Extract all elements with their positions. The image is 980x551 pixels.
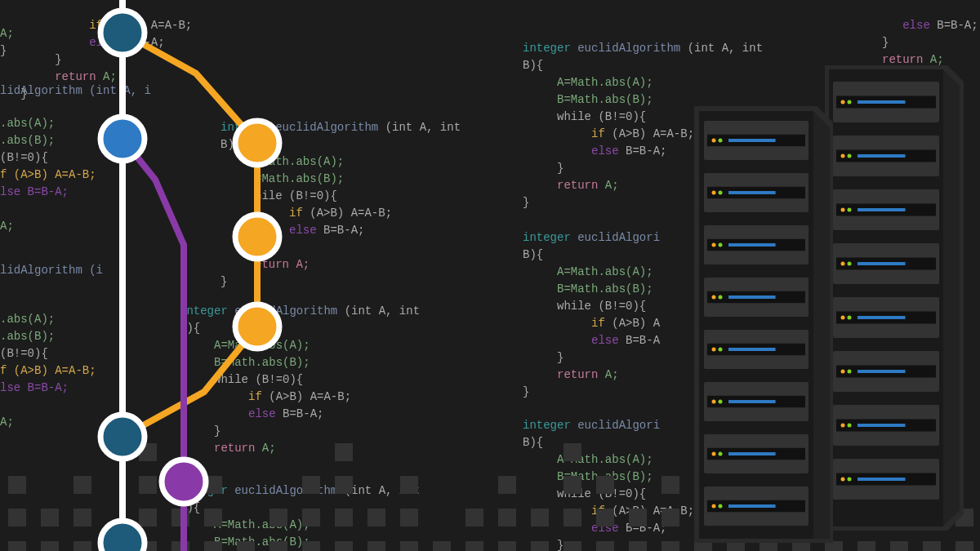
server-unit	[833, 459, 939, 500]
server-unit	[833, 351, 939, 392]
server-unit	[833, 189, 939, 230]
server-unit	[833, 243, 939, 284]
server-led-icon	[712, 191, 716, 195]
decorative-square	[564, 509, 581, 527]
server-led-icon	[719, 295, 723, 300]
server-led-icon	[848, 370, 852, 374]
server-led-icon	[719, 400, 723, 404]
server-led-icon	[712, 348, 716, 352]
server-unit	[704, 173, 808, 212]
server-led-icon	[848, 424, 852, 428]
decorative-square	[629, 541, 647, 551]
server-led-icon	[848, 154, 852, 158]
decorative-square	[596, 541, 614, 551]
server-rack-front	[694, 106, 833, 543]
server-activity-bar	[858, 424, 906, 427]
server-unit	[833, 82, 939, 122]
server-activity-bar	[858, 370, 906, 373]
server-activity-bar	[858, 208, 906, 211]
server-led-icon	[841, 424, 845, 428]
server-unit	[704, 330, 808, 369]
server-led-icon	[848, 100, 852, 104]
git-commit-node	[235, 121, 279, 165]
server-activity-bar	[728, 243, 776, 247]
server-led-icon	[848, 316, 852, 320]
server-activity-bar	[858, 100, 906, 104]
server-led-icon	[719, 139, 723, 143]
git-commit-node	[100, 415, 145, 459]
decorative-square	[498, 509, 516, 527]
server-activity-bar	[858, 262, 906, 265]
server-activity-bar	[728, 348, 776, 351]
server-led-icon	[712, 400, 716, 404]
server-activity-bar	[858, 478, 906, 481]
server-led-icon	[712, 243, 716, 247]
decorative-square	[662, 509, 679, 527]
decorative-square	[433, 541, 451, 551]
git-commit-node	[235, 215, 279, 259]
server-led-icon	[719, 504, 723, 509]
git-commit-node	[100, 521, 145, 551]
server-activity-bar	[728, 504, 776, 508]
git-commit-node	[100, 117, 145, 161]
server-led-icon	[841, 370, 845, 374]
server-led-icon	[848, 478, 852, 482]
server-led-icon	[841, 100, 845, 104]
server-led-icon	[719, 191, 723, 195]
server-unit	[704, 487, 808, 526]
decorative-square	[498, 541, 516, 551]
server-led-icon	[712, 295, 716, 300]
server-led-icon	[719, 348, 723, 352]
server-led-icon	[841, 478, 845, 482]
server-unit	[704, 382, 808, 421]
server-led-icon	[841, 262, 845, 266]
server-led-icon	[712, 504, 716, 509]
decorative-square	[564, 541, 581, 551]
server-activity-bar	[728, 452, 776, 455]
git-commits	[100, 11, 279, 551]
server-led-icon	[841, 316, 845, 320]
decorative-square	[564, 443, 581, 461]
server-led-icon	[848, 208, 852, 212]
server-activity-bar	[728, 400, 776, 403]
server-activity-bar	[858, 316, 906, 319]
decorative-square	[531, 509, 549, 527]
decorative-square	[662, 541, 679, 551]
decorative-square	[629, 509, 647, 527]
server-unit	[704, 434, 808, 473]
server-unit	[704, 121, 808, 160]
server-led-icon	[841, 208, 845, 212]
server-led-icon	[719, 243, 723, 247]
decorative-square	[564, 476, 581, 494]
server-led-icon	[712, 139, 716, 143]
server-unit	[704, 225, 808, 264]
server-led-icon	[848, 262, 852, 266]
svg-marker-21	[813, 111, 830, 539]
server-activity-bar	[728, 139, 776, 142]
server-unit	[833, 136, 939, 176]
decorative-square	[596, 509, 614, 527]
decorative-square	[596, 476, 614, 494]
decorative-square	[498, 476, 516, 494]
git-commit-node	[100, 11, 145, 55]
git-graph	[0, 0, 408, 551]
decorative-square	[466, 509, 483, 527]
code-block: integer euclidAlgori B){ A=Math.abs(A); …	[523, 212, 660, 418]
git-commit-node	[235, 304, 279, 349]
server-led-icon	[719, 452, 723, 456]
decorative-square	[531, 541, 549, 551]
decorative-square	[466, 541, 483, 551]
server-led-icon	[712, 452, 716, 456]
server-unit	[704, 278, 808, 317]
server-unit	[833, 297, 939, 338]
server-activity-bar	[858, 154, 906, 158]
server-activity-bar	[728, 295, 776, 299]
git-commit-node	[162, 460, 206, 504]
server-led-icon	[841, 154, 845, 158]
svg-marker-2	[943, 69, 960, 527]
decorative-square	[662, 476, 679, 494]
server-unit	[833, 405, 939, 446]
server-activity-bar	[728, 191, 776, 194]
server-racks	[694, 57, 972, 531]
